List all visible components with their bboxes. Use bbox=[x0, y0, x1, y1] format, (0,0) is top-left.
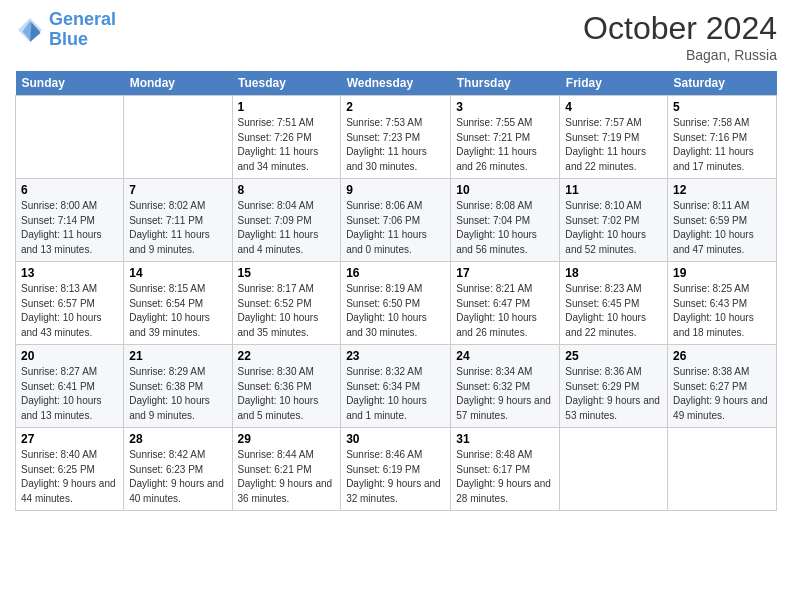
title-area: October 2024 Bagan, Russia bbox=[583, 10, 777, 63]
day-info: Sunrise: 8:04 AMSunset: 7:09 PMDaylight:… bbox=[238, 199, 336, 257]
col-thursday: Thursday bbox=[451, 71, 560, 96]
table-row bbox=[16, 96, 124, 179]
table-row bbox=[124, 96, 232, 179]
table-row: 10 Sunrise: 8:08 AMSunset: 7:04 PMDaylig… bbox=[451, 179, 560, 262]
table-row: 22 Sunrise: 8:30 AMSunset: 6:36 PMDaylig… bbox=[232, 345, 341, 428]
table-row: 9 Sunrise: 8:06 AMSunset: 7:06 PMDayligh… bbox=[341, 179, 451, 262]
day-info: Sunrise: 8:29 AMSunset: 6:38 PMDaylight:… bbox=[129, 365, 226, 423]
table-row: 2 Sunrise: 7:53 AMSunset: 7:23 PMDayligh… bbox=[341, 96, 451, 179]
day-number: 25 bbox=[565, 349, 662, 363]
day-info: Sunrise: 8:17 AMSunset: 6:52 PMDaylight:… bbox=[238, 282, 336, 340]
week-row-5: 27 Sunrise: 8:40 AMSunset: 6:25 PMDaylig… bbox=[16, 428, 777, 511]
day-number: 30 bbox=[346, 432, 445, 446]
table-row bbox=[560, 428, 668, 511]
day-info: Sunrise: 8:23 AMSunset: 6:45 PMDaylight:… bbox=[565, 282, 662, 340]
day-number: 17 bbox=[456, 266, 554, 280]
table-row: 12 Sunrise: 8:11 AMSunset: 6:59 PMDaylig… bbox=[668, 179, 777, 262]
day-info: Sunrise: 7:58 AMSunset: 7:16 PMDaylight:… bbox=[673, 116, 771, 174]
day-number: 27 bbox=[21, 432, 118, 446]
day-number: 1 bbox=[238, 100, 336, 114]
day-info: Sunrise: 8:44 AMSunset: 6:21 PMDaylight:… bbox=[238, 448, 336, 506]
day-info: Sunrise: 8:13 AMSunset: 6:57 PMDaylight:… bbox=[21, 282, 118, 340]
table-row: 13 Sunrise: 8:13 AMSunset: 6:57 PMDaylig… bbox=[16, 262, 124, 345]
logo: General Blue bbox=[15, 10, 116, 50]
table-row: 16 Sunrise: 8:19 AMSunset: 6:50 PMDaylig… bbox=[341, 262, 451, 345]
table-row: 21 Sunrise: 8:29 AMSunset: 6:38 PMDaylig… bbox=[124, 345, 232, 428]
week-row-1: 1 Sunrise: 7:51 AMSunset: 7:26 PMDayligh… bbox=[16, 96, 777, 179]
day-number: 29 bbox=[238, 432, 336, 446]
day-info: Sunrise: 8:34 AMSunset: 6:32 PMDaylight:… bbox=[456, 365, 554, 423]
day-number: 18 bbox=[565, 266, 662, 280]
day-info: Sunrise: 7:57 AMSunset: 7:19 PMDaylight:… bbox=[565, 116, 662, 174]
day-number: 15 bbox=[238, 266, 336, 280]
col-tuesday: Tuesday bbox=[232, 71, 341, 96]
table-row: 4 Sunrise: 7:57 AMSunset: 7:19 PMDayligh… bbox=[560, 96, 668, 179]
header-row: Sunday Monday Tuesday Wednesday Thursday… bbox=[16, 71, 777, 96]
day-number: 5 bbox=[673, 100, 771, 114]
logo-line2: Blue bbox=[49, 29, 88, 49]
day-number: 8 bbox=[238, 183, 336, 197]
month-title: October 2024 bbox=[583, 10, 777, 47]
day-info: Sunrise: 8:02 AMSunset: 7:11 PMDaylight:… bbox=[129, 199, 226, 257]
day-number: 28 bbox=[129, 432, 226, 446]
day-number: 22 bbox=[238, 349, 336, 363]
table-row: 28 Sunrise: 8:42 AMSunset: 6:23 PMDaylig… bbox=[124, 428, 232, 511]
day-number: 20 bbox=[21, 349, 118, 363]
table-row: 31 Sunrise: 8:48 AMSunset: 6:17 PMDaylig… bbox=[451, 428, 560, 511]
day-info: Sunrise: 8:30 AMSunset: 6:36 PMDaylight:… bbox=[238, 365, 336, 423]
table-row: 3 Sunrise: 7:55 AMSunset: 7:21 PMDayligh… bbox=[451, 96, 560, 179]
day-info: Sunrise: 8:00 AMSunset: 7:14 PMDaylight:… bbox=[21, 199, 118, 257]
page: General Blue October 2024 Bagan, Russia … bbox=[0, 0, 792, 612]
day-number: 24 bbox=[456, 349, 554, 363]
day-number: 6 bbox=[21, 183, 118, 197]
table-row: 8 Sunrise: 8:04 AMSunset: 7:09 PMDayligh… bbox=[232, 179, 341, 262]
day-info: Sunrise: 8:42 AMSunset: 6:23 PMDaylight:… bbox=[129, 448, 226, 506]
table-row: 11 Sunrise: 8:10 AMSunset: 7:02 PMDaylig… bbox=[560, 179, 668, 262]
table-row: 1 Sunrise: 7:51 AMSunset: 7:26 PMDayligh… bbox=[232, 96, 341, 179]
day-info: Sunrise: 7:53 AMSunset: 7:23 PMDaylight:… bbox=[346, 116, 445, 174]
col-monday: Monday bbox=[124, 71, 232, 96]
day-number: 19 bbox=[673, 266, 771, 280]
calendar-table: Sunday Monday Tuesday Wednesday Thursday… bbox=[15, 71, 777, 511]
table-row: 25 Sunrise: 8:36 AMSunset: 6:29 PMDaylig… bbox=[560, 345, 668, 428]
logo-line1: General bbox=[49, 9, 116, 29]
day-info: Sunrise: 8:06 AMSunset: 7:06 PMDaylight:… bbox=[346, 199, 445, 257]
day-info: Sunrise: 8:36 AMSunset: 6:29 PMDaylight:… bbox=[565, 365, 662, 423]
logo-text: General Blue bbox=[49, 10, 116, 50]
day-number: 9 bbox=[346, 183, 445, 197]
table-row: 29 Sunrise: 8:44 AMSunset: 6:21 PMDaylig… bbox=[232, 428, 341, 511]
table-row: 17 Sunrise: 8:21 AMSunset: 6:47 PMDaylig… bbox=[451, 262, 560, 345]
table-row: 23 Sunrise: 8:32 AMSunset: 6:34 PMDaylig… bbox=[341, 345, 451, 428]
col-friday: Friday bbox=[560, 71, 668, 96]
day-number: 2 bbox=[346, 100, 445, 114]
table-row: 19 Sunrise: 8:25 AMSunset: 6:43 PMDaylig… bbox=[668, 262, 777, 345]
table-row: 26 Sunrise: 8:38 AMSunset: 6:27 PMDaylig… bbox=[668, 345, 777, 428]
day-number: 23 bbox=[346, 349, 445, 363]
table-row: 15 Sunrise: 8:17 AMSunset: 6:52 PMDaylig… bbox=[232, 262, 341, 345]
day-number: 10 bbox=[456, 183, 554, 197]
week-row-2: 6 Sunrise: 8:00 AMSunset: 7:14 PMDayligh… bbox=[16, 179, 777, 262]
day-number: 26 bbox=[673, 349, 771, 363]
table-row: 30 Sunrise: 8:46 AMSunset: 6:19 PMDaylig… bbox=[341, 428, 451, 511]
table-row: 24 Sunrise: 8:34 AMSunset: 6:32 PMDaylig… bbox=[451, 345, 560, 428]
day-number: 12 bbox=[673, 183, 771, 197]
table-row: 5 Sunrise: 7:58 AMSunset: 7:16 PMDayligh… bbox=[668, 96, 777, 179]
table-row: 6 Sunrise: 8:00 AMSunset: 7:14 PMDayligh… bbox=[16, 179, 124, 262]
day-info: Sunrise: 8:11 AMSunset: 6:59 PMDaylight:… bbox=[673, 199, 771, 257]
day-info: Sunrise: 8:21 AMSunset: 6:47 PMDaylight:… bbox=[456, 282, 554, 340]
day-number: 21 bbox=[129, 349, 226, 363]
subtitle: Bagan, Russia bbox=[583, 47, 777, 63]
day-number: 16 bbox=[346, 266, 445, 280]
day-info: Sunrise: 8:10 AMSunset: 7:02 PMDaylight:… bbox=[565, 199, 662, 257]
table-row bbox=[668, 428, 777, 511]
header: General Blue October 2024 Bagan, Russia bbox=[15, 10, 777, 63]
table-row: 20 Sunrise: 8:27 AMSunset: 6:41 PMDaylig… bbox=[16, 345, 124, 428]
day-info: Sunrise: 8:08 AMSunset: 7:04 PMDaylight:… bbox=[456, 199, 554, 257]
week-row-3: 13 Sunrise: 8:13 AMSunset: 6:57 PMDaylig… bbox=[16, 262, 777, 345]
table-row: 7 Sunrise: 8:02 AMSunset: 7:11 PMDayligh… bbox=[124, 179, 232, 262]
col-saturday: Saturday bbox=[668, 71, 777, 96]
day-info: Sunrise: 8:15 AMSunset: 6:54 PMDaylight:… bbox=[129, 282, 226, 340]
col-wednesday: Wednesday bbox=[341, 71, 451, 96]
day-info: Sunrise: 8:25 AMSunset: 6:43 PMDaylight:… bbox=[673, 282, 771, 340]
week-row-4: 20 Sunrise: 8:27 AMSunset: 6:41 PMDaylig… bbox=[16, 345, 777, 428]
